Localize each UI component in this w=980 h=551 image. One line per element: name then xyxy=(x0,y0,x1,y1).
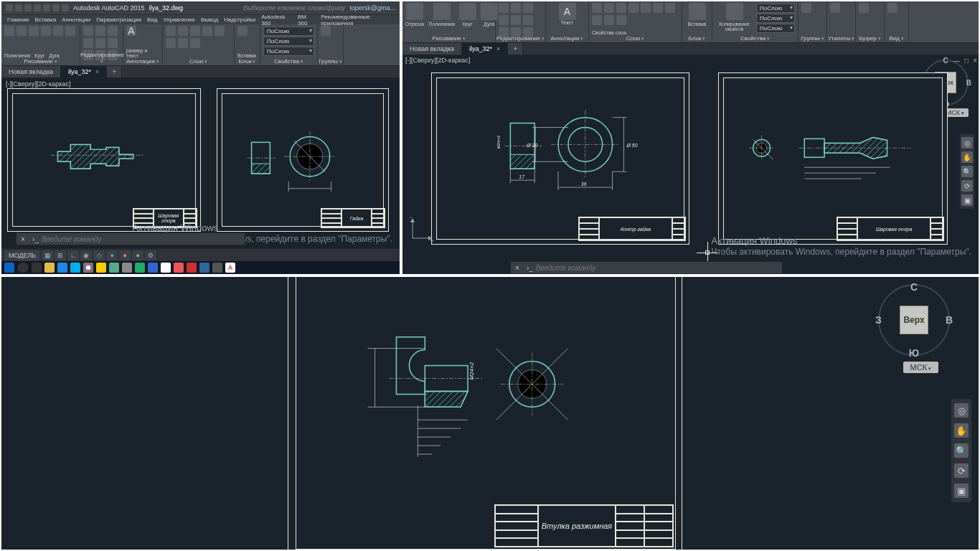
linetype-dropdown[interactable]: ПоСлою xyxy=(263,47,314,56)
ribbon-tabs[interactable]: Главная Вставка Аннотации Параметризация… xyxy=(1,14,400,24)
start-icon[interactable] xyxy=(4,263,14,273)
paste-icon[interactable] xyxy=(859,3,869,13)
app-icon[interactable] xyxy=(135,263,145,273)
app-icon[interactable] xyxy=(187,263,197,273)
quick-access-toolbar[interactable] xyxy=(6,4,69,11)
viewport[interactable]: [-][Сверху][2D-каркас] — □ × Верх С Ю В … xyxy=(402,55,979,261)
app-icon[interactable] xyxy=(148,263,158,273)
yandex-icon[interactable] xyxy=(96,263,106,273)
color-dropdown[interactable]: ПоСлою xyxy=(263,27,314,36)
close-icon[interactable]: × xyxy=(511,264,524,272)
measure-icon[interactable] xyxy=(830,3,840,13)
viewcube-face[interactable]: Верх xyxy=(900,306,928,334)
chevron-icon[interactable]: ›_ xyxy=(524,264,536,272)
lineweight-dropdown[interactable]: ПоСлою xyxy=(756,14,795,23)
polar-icon[interactable]: ◉ xyxy=(80,250,92,260)
linetype-dropdown[interactable]: ПоСлою xyxy=(756,24,795,33)
app-icon[interactable] xyxy=(174,263,184,273)
text-icon[interactable]: A xyxy=(559,3,576,20)
osnap-icon[interactable]: ◇ xyxy=(93,250,105,260)
text-icon[interactable]: A xyxy=(126,26,136,36)
ribbon-tab[interactable]: Надстройки xyxy=(224,17,255,23)
ucs-icon[interactable]: YX xyxy=(408,217,434,242)
showmotion-icon[interactable]: ▣ xyxy=(954,484,969,498)
chevron-icon[interactable]: ›_ xyxy=(29,235,42,243)
ribbon-tab[interactable]: Вставка xyxy=(34,17,56,23)
file-tab-new[interactable]: Новая вкладка xyxy=(1,66,61,77)
navigation-bar[interactable]: ◎ ✋ 🔍 ⟳ ▣ xyxy=(960,134,974,209)
file-tab-add[interactable]: + xyxy=(508,43,523,55)
line-icon[interactable] xyxy=(406,3,423,20)
file-tab-active[interactable]: ilya_32*× xyxy=(462,43,508,55)
app-icon[interactable] xyxy=(161,263,171,273)
file-tab-new[interactable]: Новая вкладка xyxy=(402,43,462,55)
viewcube[interactable]: Верх С Ю В З xyxy=(878,284,950,356)
zoom-icon[interactable]: 🔍 xyxy=(961,166,973,177)
viewcube-south[interactable]: Ю xyxy=(909,347,919,359)
showmotion-icon[interactable]: ▣ xyxy=(961,194,973,206)
viewport-close-icon[interactable]: × xyxy=(973,57,977,65)
ribbon-tab[interactable]: Управление xyxy=(164,17,195,23)
close-icon[interactable]: × xyxy=(17,235,29,243)
taskbar-search-icon[interactable] xyxy=(17,263,29,273)
command-line[interactable]: × ›_ Введите команду xyxy=(510,261,783,274)
lineweight-dropdown[interactable]: ПоСлою xyxy=(263,37,314,46)
steering-wheel-icon[interactable]: ◎ xyxy=(961,137,973,149)
skype-icon[interactable] xyxy=(70,263,80,273)
group-icon[interactable] xyxy=(801,3,811,13)
app-icon[interactable] xyxy=(212,263,222,273)
polyline-icon[interactable] xyxy=(433,3,451,20)
command-line[interactable]: × ›_ Введите команду xyxy=(16,232,245,245)
ribbon-tab[interactable]: Параметризация xyxy=(96,17,141,23)
app-icon[interactable] xyxy=(122,263,132,273)
ribbon-tab[interactable]: Главная xyxy=(7,17,29,23)
ribbon-tab[interactable]: Вывод xyxy=(201,17,218,23)
explorer-icon[interactable] xyxy=(44,263,55,273)
status-icon[interactable]: ⚙ xyxy=(145,250,156,260)
zoom-icon[interactable]: 🔍 xyxy=(954,443,969,458)
grid-icon[interactable]: ▦ xyxy=(42,250,53,260)
status-icon[interactable]: ● xyxy=(132,250,143,260)
taskview-icon[interactable] xyxy=(32,263,42,273)
status-icon[interactable]: ● xyxy=(106,250,118,260)
viewport-label[interactable]: [-][Сверху][2D-каркас] xyxy=(405,57,470,64)
file-tab-active[interactable]: ilya_32*× xyxy=(61,66,107,77)
chrome-icon[interactable] xyxy=(83,263,93,273)
app-icon[interactable] xyxy=(199,263,209,273)
steering-wheel-icon[interactable]: ◎ xyxy=(954,403,969,418)
search-placeholder[interactable]: Выберите ключевое слово/фразу xyxy=(243,4,345,11)
viewcube-west[interactable]: З xyxy=(875,314,882,326)
insert-block-icon[interactable] xyxy=(689,3,706,20)
ribbon-tab[interactable]: Вид xyxy=(147,17,157,23)
app-icon[interactable] xyxy=(109,263,119,273)
viewcube-east[interactable]: В xyxy=(966,79,971,87)
viewport[interactable]: [-][Сверху][2D-каркас] Шаровая опора xyxy=(1,78,400,248)
circle-icon[interactable] xyxy=(459,3,476,20)
navigation-bar[interactable]: ◎ ✋ 🔍 ⟳ ▣ xyxy=(951,399,971,502)
model-button[interactable]: МОДЕЛЬ xyxy=(4,250,40,260)
autocad-icon[interactable]: A xyxy=(225,263,235,273)
windows-taskbar[interactable]: A xyxy=(1,261,400,274)
viewport-label[interactable]: [-][Сверху][2D-каркас] xyxy=(6,80,70,88)
user-menu[interactable]: topersk@gma... xyxy=(349,4,395,11)
pan-icon[interactable]: ✋ xyxy=(954,423,969,438)
close-icon[interactable]: × xyxy=(496,45,500,52)
ucs-dropdown[interactable]: МСК xyxy=(903,362,938,373)
ortho-icon[interactable]: ∟ xyxy=(67,250,79,260)
view-icon[interactable] xyxy=(887,3,897,13)
matchprops-icon[interactable] xyxy=(726,3,743,20)
close-icon[interactable]: × xyxy=(95,68,99,75)
edge-icon[interactable] xyxy=(57,263,67,273)
orbit-icon[interactable]: ⟳ xyxy=(954,463,969,478)
orbit-icon[interactable]: ⟳ xyxy=(961,180,973,192)
snap-icon[interactable]: ⊞ xyxy=(55,250,66,260)
ribbon-tab[interactable]: Аннотации xyxy=(62,17,90,23)
file-tab-add[interactable]: + xyxy=(107,66,122,77)
viewcube-north[interactable]: С xyxy=(910,281,918,293)
viewcube-east[interactable]: В xyxy=(946,314,953,326)
insert-block-icon[interactable] xyxy=(237,26,248,36)
color-dropdown[interactable]: ПоСлою xyxy=(756,4,795,13)
group-icon[interactable] xyxy=(321,26,331,36)
status-icon[interactable]: ● xyxy=(119,250,131,260)
ribbon-group-label[interactable]: Рисование xyxy=(1,58,80,65)
